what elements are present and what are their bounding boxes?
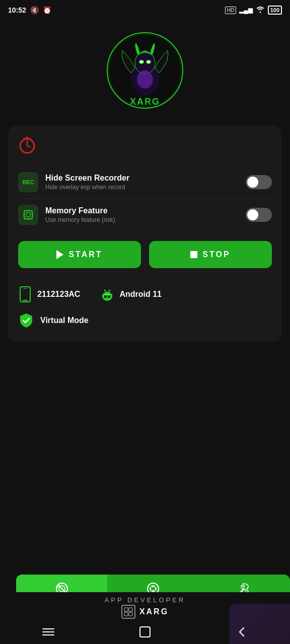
buttons-row: START STOP: [18, 241, 272, 268]
logo-container: XARG XARG: [105, 30, 185, 111]
svg-rect-28: [111, 294, 112, 298]
rec-icon: REC: [18, 172, 38, 192]
svg-rect-47: [129, 608, 132, 611]
phone-icon: [18, 286, 32, 302]
feature-left-2: Memory Feature Use memory feature (risk): [18, 205, 115, 225]
stop-label: STOP: [202, 250, 230, 259]
svg-rect-12: [26, 137, 29, 138]
svg-rect-23: [20, 287, 30, 302]
dev-brand-name: XARG: [139, 607, 169, 616]
svg-point-35: [104, 290, 106, 291]
svg-rect-48: [124, 612, 128, 616]
dev-label: App Developer: [105, 596, 186, 604]
feature-text: Hide Screen Recorder Hide overlay esp wh…: [45, 174, 129, 191]
nav-menu-button[interactable]: [41, 625, 55, 639]
status-bar: 10:52 🔇 ⏰ HD ▂▄▆ 100: [0, 0, 290, 20]
mute-icon: 🔇: [30, 6, 39, 14]
hamburger-icon: [42, 627, 55, 637]
svg-point-43: [152, 590, 154, 592]
svg-point-32: [108, 294, 109, 295]
feature-subtitle: Hide overlay esp when record: [45, 184, 129, 191]
shield-check-icon: [18, 312, 34, 329]
svg-rect-18: [26, 213, 30, 217]
virtual-mode-row: Virtual Mode: [18, 307, 272, 332]
stop-icon: [190, 251, 197, 258]
svg-rect-29: [104, 295, 107, 298]
android-version: Android 11: [119, 290, 162, 299]
status-time: 10:52: [8, 6, 26, 14]
feature-text-2: Memory Feature Use memory feature (risk): [45, 206, 115, 223]
svg-point-41: [152, 586, 154, 588]
developer-text-area: App Developer XARG: [0, 592, 290, 621]
svg-rect-30: [108, 295, 110, 298]
main-card: REC Hide Screen Recorder Hide overlay es…: [8, 126, 282, 342]
svg-rect-24: [23, 300, 28, 301]
svg-rect-53: [140, 627, 150, 637]
svg-point-8: [137, 70, 153, 89]
battery-icon: 100: [268, 6, 282, 15]
system-nav: [0, 621, 290, 644]
home-square-icon: [139, 626, 151, 638]
hd-icon: HD: [225, 7, 236, 14]
memory-icon: [18, 205, 38, 225]
svg-rect-27: [102, 294, 104, 298]
brand-grid-icon: [124, 607, 133, 616]
memory-feature-row: Memory Feature Use memory feature (risk): [18, 199, 272, 231]
status-right: HD ▂▄▆ 100: [225, 6, 282, 15]
svg-point-36: [109, 290, 111, 291]
svg-rect-46: [124, 608, 128, 611]
start-button[interactable]: START: [18, 241, 141, 268]
back-arrow-icon: [238, 626, 246, 638]
svg-rect-49: [129, 612, 132, 616]
memory-feature-subtitle: Use memory feature (risk): [45, 216, 115, 223]
wifi-icon: [256, 6, 265, 15]
dev-brand: XARG: [121, 605, 169, 619]
svg-point-7: [147, 61, 150, 63]
timer-row: [18, 136, 272, 156]
start-label: START: [68, 250, 102, 259]
memory-feature-title: Memory Feature: [45, 206, 115, 215]
developer-footer: App Developer XARG: [0, 592, 290, 644]
xarg-logo: XARG XARG: [105, 30, 185, 111]
feature-title: Hide Screen Recorder: [45, 174, 129, 183]
status-left: 10:52 🔇 ⏰: [8, 6, 51, 14]
logo-area: XARG XARG: [0, 20, 290, 126]
memory-feature-toggle[interactable]: [246, 208, 272, 222]
android-icon: [100, 287, 114, 301]
svg-line-14: [27, 146, 30, 147]
alarm-icon: ⏰: [43, 6, 51, 14]
stop-button[interactable]: STOP: [149, 241, 272, 268]
hide-screen-recorder-row: REC Hide Screen Recorder Hide overlay es…: [18, 166, 272, 199]
virtual-mode-label: Virtual Mode: [40, 316, 89, 325]
android-item: Android 11: [100, 287, 162, 301]
device-id-item: 2112123AC: [18, 286, 80, 302]
dev-brand-icon: [121, 605, 135, 619]
svg-text:XARG: XARG: [130, 97, 160, 107]
device-info-row: 2112123AC Android 11: [18, 278, 272, 307]
signal-icon: ▂▄▆: [239, 7, 253, 14]
nav-home-button[interactable]: [138, 625, 152, 639]
timer-icon: [18, 136, 36, 154]
svg-rect-25: [23, 288, 27, 289]
hide-recorder-toggle[interactable]: [246, 175, 272, 189]
play-icon: [56, 250, 63, 259]
svg-point-42: [155, 588, 156, 590]
device-id: 2112123AC: [37, 290, 80, 299]
svg-point-44: [150, 588, 151, 590]
feature-left: REC Hide Screen Recorder Hide overlay es…: [18, 172, 129, 192]
svg-rect-17: [24, 211, 32, 219]
svg-point-6: [140, 61, 143, 63]
nav-back-button[interactable]: [235, 625, 249, 639]
svg-point-31: [105, 294, 106, 295]
